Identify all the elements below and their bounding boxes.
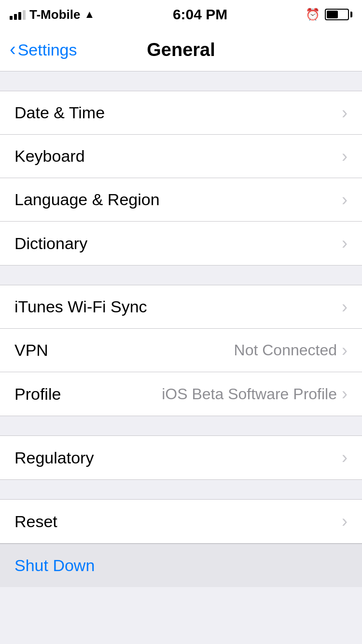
row-label-reset: Reset: [14, 512, 57, 531]
signal-bar-4: [23, 10, 26, 20]
row-right-vpn: Not Connected ›: [234, 341, 348, 359]
chevron-right-icon: ›: [342, 104, 348, 122]
row-label-date-time: Date & Time: [14, 103, 105, 122]
row-right-reset: ›: [342, 513, 348, 530]
navigation-bar: ‹ Settings General: [0, 29, 362, 71]
row-label-vpn: VPN: [14, 341, 48, 360]
signal-bar-3: [18, 12, 21, 20]
settings-group-3: Regulatory ›: [0, 435, 362, 480]
chevron-right-icon: ›: [342, 298, 348, 316]
row-right-date-time: ›: [342, 104, 348, 122]
settings-row-itunes-wifi[interactable]: iTunes Wi-Fi Sync ›: [0, 285, 362, 329]
battery-indicator: [325, 9, 352, 20]
settings-row-reset[interactable]: Reset ›: [0, 500, 362, 543]
settings-row-dictionary[interactable]: Dictionary ›: [0, 222, 362, 265]
signal-bar-2: [14, 14, 17, 20]
section-separator-top: [0, 71, 362, 91]
row-label-regulatory: Regulatory: [14, 448, 94, 467]
row-right-keyboard: ›: [342, 148, 348, 165]
row-label-keyboard: Keyboard: [14, 147, 85, 166]
status-right: ⏰: [306, 8, 352, 21]
settings-row-date-time[interactable]: Date & Time ›: [0, 91, 362, 135]
status-time: 6:04 PM: [173, 6, 227, 23]
row-right-language-region: ›: [342, 191, 348, 209]
settings-row-keyboard[interactable]: Keyboard ›: [0, 135, 362, 178]
status-left: T-Mobile ▲: [10, 7, 95, 22]
back-chevron-icon: ‹: [10, 40, 16, 58]
wifi-icon: ▲: [84, 8, 95, 21]
settings-group-2: iTunes Wi-Fi Sync › VPN Not Connected › …: [0, 285, 362, 416]
status-bar: T-Mobile ▲ 6:04 PM ⏰: [0, 0, 362, 29]
shutdown-button[interactable]: Shut Down: [0, 544, 362, 587]
row-label-profile: Profile: [14, 385, 61, 404]
battery-tip: [350, 12, 352, 17]
section-separator-3: [0, 416, 362, 435]
alarm-icon: ⏰: [306, 8, 320, 21]
back-button[interactable]: ‹ Settings: [10, 41, 77, 59]
row-label-itunes-wifi: iTunes Wi-Fi Sync: [14, 297, 147, 316]
battery-body: [325, 9, 349, 20]
carrier-label: T-Mobile: [29, 7, 80, 22]
settings-group-1: Date & Time › Keyboard › Language & Regi…: [0, 91, 362, 266]
chevron-right-icon: ›: [342, 513, 348, 530]
settings-row-language-region[interactable]: Language & Region ›: [0, 178, 362, 222]
page-title: General: [147, 40, 215, 60]
chevron-right-icon: ›: [342, 148, 348, 165]
vpn-value: Not Connected: [234, 341, 337, 359]
chevron-right-icon: ›: [342, 449, 348, 466]
row-label-dictionary: Dictionary: [14, 234, 87, 253]
settings-group-4: Reset ›: [0, 499, 362, 544]
row-right-dictionary: ›: [342, 235, 348, 252]
section-separator-2: [0, 266, 362, 285]
row-right-profile: iOS Beta Software Profile ›: [162, 385, 348, 403]
chevron-right-icon: ›: [342, 385, 348, 403]
settings-row-vpn[interactable]: VPN Not Connected ›: [0, 329, 362, 372]
row-label-language-region: Language & Region: [14, 190, 160, 209]
chevron-right-icon: ›: [342, 235, 348, 252]
battery-fill: [327, 11, 338, 18]
signal-bar-1: [10, 16, 13, 20]
row-right-itunes-wifi: ›: [342, 298, 348, 316]
section-separator-4: [0, 480, 362, 499]
signal-bars-icon: [10, 9, 26, 20]
chevron-right-icon: ›: [342, 342, 348, 359]
settings-row-regulatory[interactable]: Regulatory ›: [0, 436, 362, 479]
back-label: Settings: [18, 41, 77, 59]
settings-row-profile[interactable]: Profile iOS Beta Software Profile ›: [0, 372, 362, 416]
profile-value: iOS Beta Software Profile: [162, 385, 337, 403]
chevron-right-icon: ›: [342, 191, 348, 209]
shutdown-label: Shut Down: [14, 556, 95, 575]
row-right-regulatory: ›: [342, 449, 348, 466]
